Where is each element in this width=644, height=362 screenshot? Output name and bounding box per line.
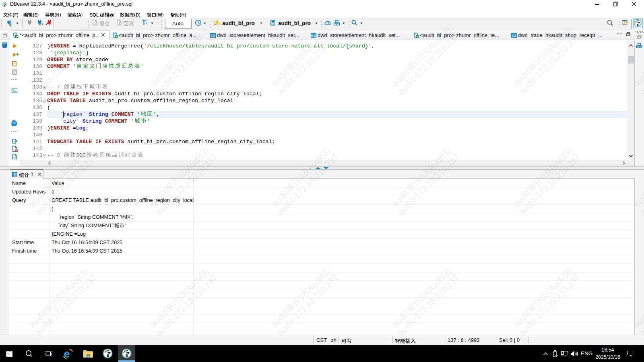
svg-text:(x): (x)	[13, 156, 16, 158]
